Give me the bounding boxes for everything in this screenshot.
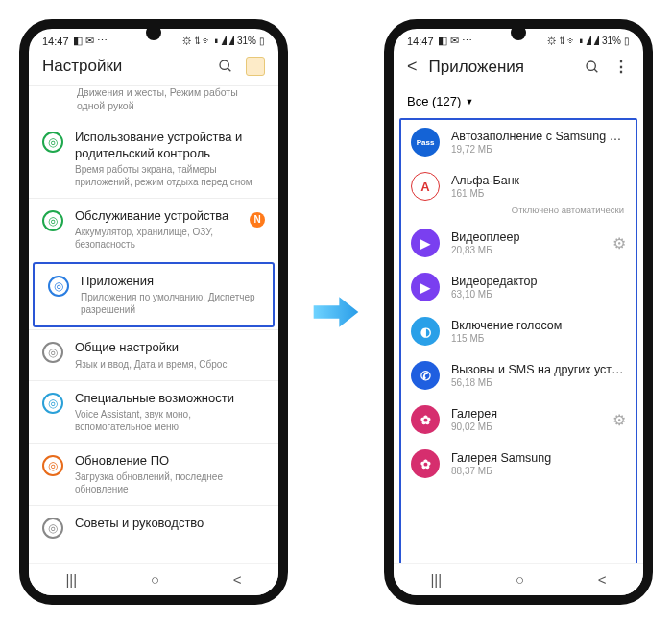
svg-line-1 [228, 68, 230, 71]
app-icon: ✆ [411, 361, 440, 390]
settings-item-icon: ◎ [42, 132, 63, 153]
nav-back[interactable]: < [598, 571, 607, 588]
app-size: 161 МБ [451, 188, 626, 199]
settings-item-title: Приложения [81, 274, 259, 289]
status-battery: 31% [602, 36, 621, 46]
nav-bar: ||| ○ < [394, 563, 643, 595]
app-icon: Pass [411, 128, 440, 156]
battery-icon: ▯ [624, 36, 630, 46]
phone-left: 14:47 ◧ ✉ ⋯ ⚙ ⇅ ᯤ ▮ ◢ ◢ 31% ▯ Настройки … [19, 19, 288, 605]
page-title: Настройки [42, 57, 205, 76]
settings-item[interactable]: ◎Специальные возможностиVoice Assistant,… [29, 380, 278, 443]
app-status-note: Отключено автоматически [401, 205, 636, 221]
app-title: Включение голосом [451, 319, 626, 332]
app-item[interactable]: PassАвтозаполнение с Samsung Pas..19,72 … [401, 120, 636, 164]
nav-bar: ||| ○ < [29, 563, 278, 595]
app-item[interactable]: ААльфа-Банк161 МБ [401, 164, 636, 208]
nav-home[interactable]: ○ [516, 571, 524, 588]
settings-item-title: Советы и руководство [75, 516, 265, 531]
svg-point-2 [587, 61, 595, 70]
settings-item-subtitle: Язык и ввод, Дата и время, Сброс [75, 358, 265, 371]
filter-dropdown[interactable]: Все (127) ▼ [394, 86, 643, 118]
status-icons-left: ◧ ✉ ⋯ [73, 35, 108, 47]
app-item[interactable]: ✿Галерея Samsung88,37 МБ [401, 442, 636, 486]
nav-home[interactable]: ○ [151, 571, 159, 588]
settings-item-title: Обслуживание устройства [75, 208, 265, 224]
settings-item-icon: ◎ [42, 455, 63, 476]
settings-item[interactable]: ◎Общие настройкиЯзык и ввод, Дата и врем… [29, 329, 278, 379]
settings-item-icon: ◎ [42, 210, 63, 231]
app-icon: А [411, 172, 440, 201]
camera-notch [146, 25, 161, 40]
settings-item-title: Общие настройки [75, 340, 265, 355]
app-size: 20,83 МБ [451, 245, 601, 255]
status-icons-right: ⚙ ⇅ ᯤ ▮ ◢ ◢ [182, 36, 234, 46]
app-size: 19,72 МБ [451, 144, 626, 155]
settings-item-title: Использование устройства и родительский … [75, 130, 265, 161]
camera-notch [511, 25, 526, 40]
more-button[interactable]: ⋮ [612, 59, 630, 76]
qr-button[interactable] [246, 57, 265, 76]
app-title: Видеоредактор [451, 275, 626, 288]
settings-item[interactable]: ◎Обновление ПОЗагрузка обновлений, после… [29, 443, 278, 505]
settings-list: Движения и жесты, Режим работы одной рук… [29, 86, 278, 548]
status-time: 14:47 [407, 36, 434, 47]
settings-item-subtitle: Аккумулятор, хранилище, ОЗУ, безопасност… [75, 226, 265, 251]
app-size: 56,18 МБ [451, 377, 626, 388]
page-title: Приложения [429, 58, 572, 77]
app-icon: ✿ [411, 405, 440, 434]
header: < Приложения ⋮ [394, 49, 643, 86]
apps-list-highlight: PassАвтозаполнение с Samsung Pas..19,72 … [399, 118, 637, 567]
settings-item-subtitle: Загрузка обновлений, последнее обновлени… [75, 470, 265, 495]
app-title: Галерея [451, 407, 601, 421]
status-icons-left: ◧ ✉ ⋯ [438, 35, 472, 47]
filter-label: Все (127) [407, 94, 461, 108]
notification-badge: N [250, 212, 265, 228]
app-icon: ▶ [411, 229, 440, 257]
nav-recents[interactable]: ||| [430, 571, 442, 588]
search-button[interactable] [217, 58, 234, 75]
app-title: Альфа-Банк [451, 174, 626, 187]
battery-icon: ▯ [259, 36, 265, 46]
app-icon: ▶ [411, 273, 440, 301]
app-size: 63,10 МБ [451, 289, 626, 300]
header: Настройки [29, 49, 278, 85]
nav-recents[interactable]: ||| [65, 571, 77, 588]
app-size: 115 МБ [451, 333, 626, 344]
back-button[interactable]: < [407, 57, 418, 77]
settings-item[interactable]: ◎ПриложенияПриложения по умолчанию, Дисп… [35, 264, 273, 325]
settings-item[interactable]: ◎Обслуживание устройстваАккумулятор, хра… [29, 198, 278, 260]
gear-icon[interactable]: ⚙ [612, 411, 626, 429]
arrow-connector [312, 288, 360, 336]
search-button[interactable] [584, 59, 601, 76]
settings-item[interactable]: ◎Советы и руководство [29, 505, 278, 548]
app-size: 88,37 МБ [451, 466, 626, 476]
settings-item-subtitle: Приложения по умолчанию, Диспетчер разре… [81, 291, 259, 316]
settings-item-title: Специальные возможности [75, 391, 265, 406]
phone-right: 14:47 ◧ ✉ ⋯ ⚙ ⇅ ᯤ ▮ ◢ ◢ 31% ▯ < Приложен… [384, 19, 653, 605]
settings-item-icon: ◎ [48, 276, 69, 297]
svg-line-3 [594, 69, 597, 72]
app-item[interactable]: ✿Галерея90,02 МБ⚙ [401, 397, 636, 442]
app-item[interactable]: ▶Видеоредактор63,10 МБ [401, 265, 636, 309]
app-item[interactable]: ▶Видеоплеер20,83 МБ⚙ [401, 221, 636, 265]
settings-item-icon: ◎ [42, 393, 63, 414]
app-title: Галерея Samsung [451, 451, 626, 465]
truncated-prev-item: Движения и жесты, Режим работы одной рук… [29, 86, 278, 120]
app-icon: ✿ [411, 449, 440, 478]
nav-back[interactable]: < [233, 571, 242, 588]
app-size: 90,02 МБ [451, 421, 601, 432]
settings-item-icon: ◎ [42, 518, 63, 539]
app-icon: ◐ [411, 317, 440, 346]
app-item[interactable]: ◐Включение голосом115 МБ [401, 309, 636, 353]
svg-point-0 [220, 60, 228, 69]
status-battery: 31% [237, 36, 256, 46]
chevron-down-icon: ▼ [465, 97, 473, 107]
gear-icon[interactable]: ⚙ [612, 234, 626, 253]
settings-item-icon: ◎ [42, 342, 63, 363]
settings-item[interactable]: ◎Использование устройства и родительский… [29, 120, 278, 198]
settings-item-subtitle: Время работы экрана, таймеры приложений,… [75, 163, 265, 188]
app-title: Видеоплеер [451, 230, 601, 244]
app-item[interactable]: ✆Вызовы и SMS на других устро..56,18 МБ [401, 353, 636, 397]
settings-item-subtitle: Voice Assistant, звук моно, вспомогатель… [75, 408, 265, 433]
